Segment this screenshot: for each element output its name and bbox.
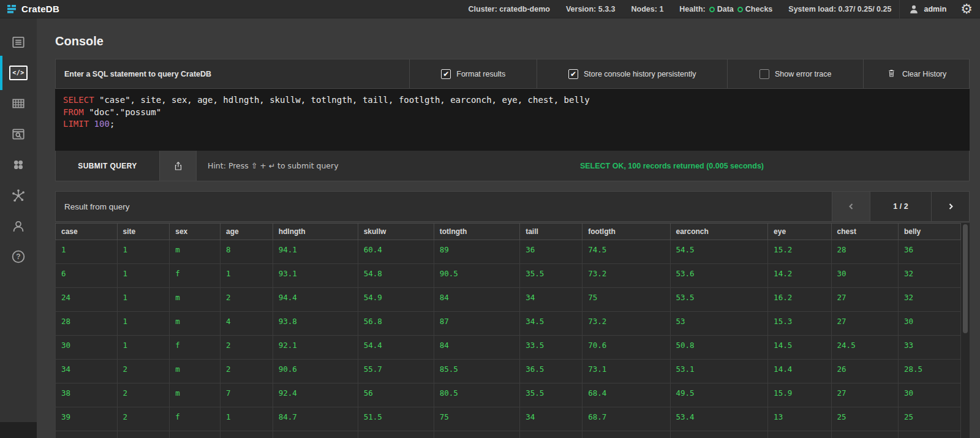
table-cell: m	[170, 288, 221, 312]
sidebar-item-privileges[interactable]	[0, 149, 37, 180]
next-page-button[interactable]	[931, 192, 969, 221]
table-cell: 28	[831, 240, 898, 264]
column-header-hdlngth: hdlngth	[273, 224, 358, 240]
table-cell: f	[170, 407, 221, 431]
sidebar-item-shards[interactable]	[0, 119, 37, 149]
table-cell: 35.5	[520, 383, 582, 407]
system-load-stat: System load: 0.37/ 0.25/ 0.25	[780, 5, 899, 13]
table-row: 342m290.655.785.536.573.153.114.42628.5	[56, 360, 961, 383]
sidebar-item-cluster[interactable]	[0, 180, 37, 211]
table-cell: 36.5	[520, 360, 582, 383]
active-indicator	[0, 56, 2, 90]
cluster-graph-icon	[10, 187, 26, 203]
option-label: Show error trace	[775, 70, 831, 78]
option-store-console-history-persistently[interactable]: ✔Store console history persistently	[537, 59, 727, 88]
column-header-chest: chest	[831, 224, 898, 240]
sidebar-item-account[interactable]	[0, 211, 37, 241]
option-label: Store console history persistently	[584, 70, 696, 78]
results-table-wrap: casesitesexagehdlngthskullwtotlngthtaill…	[55, 223, 970, 438]
table-cell: 35.5	[520, 264, 582, 288]
table-cell: 54.4	[358, 336, 434, 360]
table-cell: 7	[220, 383, 273, 407]
table-cell: 30	[56, 336, 118, 360]
table-cell	[273, 431, 358, 438]
sidebar-item-help[interactable]: ?	[0, 241, 37, 272]
table-cell: 34	[56, 360, 118, 383]
table-cell: 25	[831, 407, 898, 431]
table-cell: 30	[898, 312, 960, 336]
table-cell: 14.5	[768, 336, 831, 360]
table-cell: f	[170, 264, 221, 288]
table-cell: 53.4	[670, 407, 768, 431]
table-cell: 92.4	[273, 383, 358, 407]
shards-browser-icon	[10, 126, 26, 142]
table-cell: 14.4	[768, 360, 831, 383]
scrollbar-thumb[interactable]	[963, 224, 968, 333]
option-show-error-trace[interactable]: Show error trace	[727, 59, 863, 88]
sidebar-collapse-area[interactable]	[0, 422, 37, 438]
table-cell: 54.8	[358, 264, 434, 288]
table-cell: 28	[56, 312, 118, 336]
table-cell: 14.2	[768, 264, 831, 288]
table-cell: 51.5	[358, 407, 434, 431]
table-cell: 75	[434, 407, 519, 431]
sql-line: FROM "doc"."possum"	[63, 107, 962, 119]
table-cell: 1	[117, 264, 170, 288]
table-row: 241m294.454.984347553.516.22732	[56, 288, 961, 312]
table-cell: 27	[831, 312, 898, 336]
checkbox-checked-icon[interactable]: ✔	[568, 69, 578, 79]
column-header-eye: eye	[768, 224, 831, 240]
table-cell: 73.2	[582, 264, 670, 288]
column-header-sex: sex	[170, 224, 221, 240]
checkbox-unchecked-icon[interactable]	[760, 69, 769, 79]
sidebar-item-console[interactable]: </>	[0, 58, 37, 88]
editor-label: Enter a SQL statement to query CrateDB	[56, 59, 409, 88]
table-cell	[220, 431, 273, 438]
column-header-footlgth: footlgth	[582, 224, 670, 240]
account-icon	[10, 218, 26, 234]
column-header-earconch: earconch	[670, 224, 768, 240]
option-format-results[interactable]: ✔Format results	[409, 59, 537, 88]
column-header-skullw: skullw	[358, 224, 434, 240]
option-label: Format results	[456, 70, 505, 78]
result-title: Result from query	[56, 192, 832, 221]
sql-editor[interactable]: SELECT "case", site, sex, age, hdlngth, …	[55, 89, 970, 151]
table-cell: 89	[434, 240, 519, 264]
chevron-right-icon	[946, 202, 955, 211]
username: admin	[924, 5, 946, 13]
sidebar-item-overview[interactable]	[0, 27, 37, 58]
table-cell: 73.1	[582, 360, 670, 383]
table-cell	[520, 431, 582, 438]
settings-button[interactable]: ⚙	[954, 2, 976, 16]
submit-row: SUBMIT QUERY Hint: Press ⇧ + ↵ to submit…	[55, 151, 970, 181]
clear-history-button[interactable]: Clear History	[863, 59, 969, 88]
table-cell	[170, 431, 221, 438]
table-body: 11m894.160.4893674.554.515.2283661f193.1…	[56, 240, 961, 438]
checkbox-checked-icon[interactable]: ✔	[441, 69, 451, 79]
table-row: 392f184.751.5753468.753.4132525	[56, 407, 961, 431]
svg-text:?: ?	[16, 252, 20, 261]
table-cell	[582, 431, 670, 438]
health-item-label: Checks	[745, 5, 772, 13]
share-icon	[173, 160, 184, 172]
table-scrollbar[interactable]	[961, 223, 970, 438]
clear-history-label: Clear History	[902, 70, 946, 78]
table-cell: 26	[831, 360, 898, 383]
cratedb-logo-icon	[6, 4, 17, 15]
health-stat: Health:DataChecks	[671, 5, 780, 13]
table-cell: 2	[220, 288, 273, 312]
table-cell: 70.6	[582, 336, 670, 360]
table-cell: 1	[117, 312, 170, 336]
table-cell: 93.1	[273, 264, 358, 288]
table-cell	[831, 431, 898, 438]
user-menu[interactable]: admin	[899, 0, 954, 18]
table-cell: 90.5	[434, 264, 519, 288]
share-query-button[interactable]	[160, 151, 197, 181]
app-logo[interactable]: CrateDB	[6, 4, 59, 15]
prev-page-button[interactable]	[832, 192, 870, 221]
table-row-partial	[56, 431, 961, 438]
submit-query-button[interactable]: SUBMIT QUERY	[56, 151, 160, 181]
table-cell: 50.8	[670, 336, 768, 360]
sidebar-item-tables[interactable]	[0, 88, 37, 119]
page-title: Console	[55, 34, 970, 48]
